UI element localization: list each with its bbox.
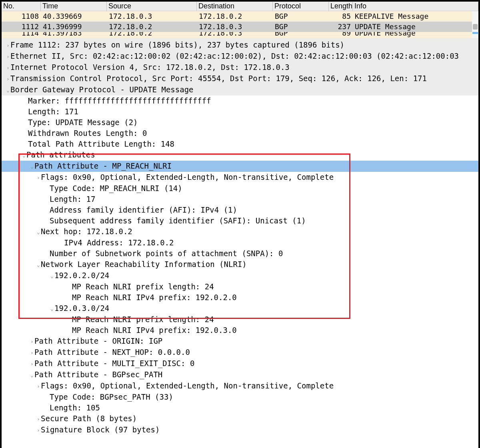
packet-row-selected[interactable]: 1112 41.396999 172.18.0.2 172.18.0.3 BGP…: [2, 22, 478, 32]
chevron-down-icon: ⌄: [6, 85, 10, 96]
field-p2-prefix[interactable]: MP Reach NLRI IPv4 prefix: 192.0.3.0: [2, 325, 478, 336]
cell-no: 1108: [2, 11, 41, 22]
tree-item-bgp[interactable]: ⌄Border Gateway Protocol - UPDATE Messag…: [2, 84, 478, 96]
cell-time: 40.339669: [41, 11, 107, 22]
chevron-right-icon: ›: [36, 381, 41, 392]
cell-proto: BGP: [273, 32, 329, 38]
packet-row[interactable]: 1108 40.339669 172.18.0.3 172.18.0.2 BGP…: [2, 11, 478, 22]
cell-dst: 172.18.0.3: [197, 32, 273, 38]
cell-info: UPDATE Message: [353, 32, 478, 38]
field-length[interactable]: Length: 171: [2, 106, 478, 117]
tree-item-ethernet[interactable]: ›Ethernet II, Src: 02:42:ac:12:00:02 (02…: [2, 51, 478, 62]
col-info[interactable]: Info: [353, 2, 478, 11]
chevron-right-icon: ›: [6, 51, 10, 62]
chevron-right-icon: ›: [6, 74, 10, 84]
tree-item-signature-block[interactable]: ›Signature Block (97 bytes): [2, 424, 478, 436]
cell-dst: 172.18.0.3: [197, 22, 273, 32]
chevron-right-icon: ›: [36, 172, 41, 183]
cell-src: 172.18.0.2: [107, 32, 197, 38]
chevron-right-icon: ›: [36, 414, 41, 424]
chevron-down-icon: ⌄: [30, 161, 34, 172]
tree-item-path-attributes[interactable]: ⌄Path attributes: [2, 149, 478, 161]
field-p1-prefix[interactable]: MP Reach NLRI IPv4 prefix: 192.0.2.0: [2, 292, 478, 303]
chevron-right-icon: ›: [30, 347, 34, 358]
col-time[interactable]: Time: [41, 2, 107, 11]
chevron-down-icon: ⌄: [50, 271, 54, 281]
tree-item-next-hop-attr[interactable]: ›Path Attribute - NEXT_HOP: 0.0.0.0: [2, 347, 478, 358]
tree-item-prefix-1[interactable]: ⌄192.0.2.0/24: [2, 270, 478, 281]
cell-proto: BGP: [273, 11, 329, 22]
chevron-right-icon: ›: [30, 336, 34, 347]
tree-item-prefix-2[interactable]: ⌄192.0.3.0/24: [2, 303, 478, 314]
col-protocol[interactable]: Protocol: [273, 2, 329, 11]
col-length[interactable]: Length: [329, 2, 353, 11]
scroll-marker: [472, 32, 478, 34]
packet-row[interactable]: 1114 41.397183 172.18.0.2 172.18.0.3 BGP…: [2, 32, 478, 38]
cell-len: 89: [329, 32, 353, 38]
packet-list-pane[interactable]: No. Time Source Destination Protocol Len…: [2, 2, 478, 38]
cell-len: 237: [329, 22, 353, 32]
cell-info: KEEPALIVE Message: [353, 11, 478, 22]
field-type-code[interactable]: Type Code: MP_REACH_NLRI (14): [2, 183, 478, 194]
field-withdrawn[interactable]: Withdrawn Routes Length: 0: [2, 128, 478, 139]
cell-time: 41.396999: [41, 22, 107, 32]
field-marker[interactable]: Marker: ffffffffffffffffffffffffffffffff: [2, 96, 478, 106]
tree-item-ip[interactable]: ›Internet Protocol Version 4, Src: 172.1…: [2, 62, 478, 73]
field-snpa[interactable]: Number of Subnetwork points of attachmen…: [2, 248, 478, 259]
chevron-right-icon: ›: [36, 425, 41, 436]
cell-len: 85: [329, 11, 353, 22]
field-bs-typecode[interactable]: Type Code: BGPsec_PATH (33): [2, 392, 478, 402]
cell-proto: BGP: [273, 22, 329, 32]
cell-src: 172.18.0.3: [107, 11, 197, 22]
field-p2-len[interactable]: MP Reach NLRI prefix length: 24: [2, 314, 478, 325]
cell-info: UPDATE Message: [353, 22, 478, 32]
packet-details-pane[interactable]: ›Frame 1112: 237 bytes on wire (1896 bit…: [2, 38, 478, 448]
chevron-down-icon: ⌄: [36, 227, 41, 237]
field-tpal[interactable]: Total Path Attribute Length: 148: [2, 139, 478, 149]
packet-list-scrollbar[interactable]: [472, 11, 478, 38]
tree-item-secure-path[interactable]: ›Secure Path (8 bytes): [2, 413, 478, 424]
field-safi[interactable]: Subsequent address family identifier (SA…: [2, 215, 478, 226]
field-length-17[interactable]: Length: 17: [2, 194, 478, 205]
scroll-thumb[interactable]: [473, 24, 478, 30]
tree-item-bgpsec-path[interactable]: ⌄Path Attribute - BGPsec_PATH: [2, 369, 478, 380]
chevron-right-icon: ›: [30, 358, 34, 369]
tree-item-med[interactable]: ›Path Attribute - MULTI_EXIT_DISC: 0: [2, 358, 478, 369]
field-bs-length[interactable]: Length: 105: [2, 402, 478, 413]
chevron-right-icon: ›: [6, 40, 10, 51]
tree-item-nlri[interactable]: ⌄Network Layer Reachability Information …: [2, 259, 478, 270]
tree-item-flags[interactable]: ›Flags: 0x90, Optional, Extended-Length,…: [2, 172, 478, 183]
col-source[interactable]: Source: [107, 2, 197, 11]
tree-item-next-hop[interactable]: ⌄Next hop: 172.18.0.2: [2, 226, 478, 237]
col-destination[interactable]: Destination: [197, 2, 273, 11]
chevron-down-icon: ⌄: [50, 303, 54, 314]
field-type[interactable]: Type: UPDATE Message (2): [2, 117, 478, 128]
cell-dst: 172.18.0.2: [197, 11, 273, 22]
packet-list-header: No. Time Source Destination Protocol Len…: [2, 2, 478, 11]
tree-item-frame[interactable]: ›Frame 1112: 237 bytes on wire (1896 bit…: [2, 40, 478, 51]
chevron-down-icon: ⌄: [22, 150, 26, 161]
chevron-right-icon: ›: [6, 62, 10, 73]
field-p1-len[interactable]: MP Reach NLRI prefix length: 24: [2, 281, 478, 292]
field-afi[interactable]: Address family identifier (AFI): IPv4 (1…: [2, 205, 478, 215]
tree-item-mp-reach-nlri[interactable]: ⌄Path Attribute - MP_REACH_NLRI: [2, 161, 478, 172]
chevron-down-icon: ⌄: [36, 259, 41, 270]
col-no[interactable]: No.: [2, 2, 41, 11]
cell-no: 1114: [2, 32, 41, 38]
field-nh-ip[interactable]: IPv4 Address: 172.18.0.2: [2, 237, 478, 248]
tree-item-tcp[interactable]: ›Transmission Control Protocol, Src Port…: [2, 73, 478, 84]
cell-no: 1112: [2, 22, 41, 32]
cell-src: 172.18.0.2: [107, 22, 197, 32]
tree-item-bs-flags[interactable]: ›Flags: 0x90, Optional, Extended-Length,…: [2, 380, 478, 392]
chevron-down-icon: ⌄: [30, 370, 34, 380]
cell-time: 41.397183: [41, 32, 107, 38]
tree-item-origin[interactable]: ›Path Attribute - ORIGIN: IGP: [2, 336, 478, 347]
